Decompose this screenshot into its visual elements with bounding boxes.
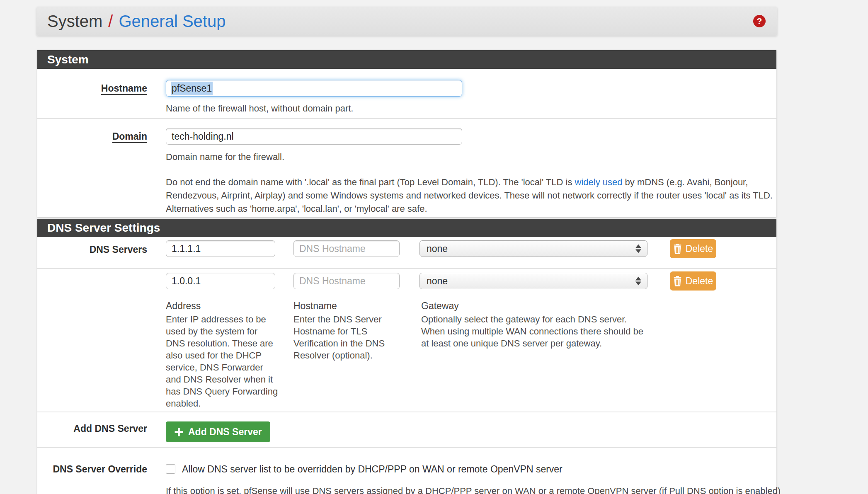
dns-override-checkbox-label[interactable]: Allow DNS server list to be overridden b…	[182, 464, 563, 475]
domain-note-text: Do not end the domain name with '.local'…	[166, 176, 786, 216]
hostname-column-description: Hostname Enter the DNS Server Hostname f…	[293, 291, 402, 409]
help-icon[interactable]: ?	[753, 15, 766, 27]
dns-settings-panel: DNS Server Settings DNS Servers none Del…	[37, 219, 776, 494]
page: System / General Setup ? System Hostname…	[0, 0, 868, 494]
delete-dns-server-button-1[interactable]: Delete	[670, 239, 716, 258]
breadcrumb-separator: /	[108, 12, 113, 31]
delete-dns-server-button-2[interactable]: Delete	[670, 271, 716, 291]
add-dns-server-button[interactable]: Add DNS Server	[166, 421, 270, 442]
dns-address-input-1[interactable]	[166, 240, 275, 257]
dns-server-row-2: none Delete Address Enter IP addresses t…	[37, 269, 776, 412]
dns-hostname-input-2[interactable]	[293, 273, 400, 289]
dns-override-help-text: If this option is set, pfSense will use …	[166, 484, 790, 494]
domain-help-text: Domain name for the firewall.	[166, 150, 776, 163]
dns-gateway-select-1[interactable]: none	[419, 240, 647, 257]
breadcrumb-page-link[interactable]: General Setup	[119, 12, 225, 31]
dns-gateway-select-2[interactable]: none	[419, 273, 647, 289]
dns-server-override-label: DNS Server Override	[37, 464, 166, 494]
dns-server-override-row: DNS Server Override Allow DNS server lis…	[37, 448, 776, 494]
hostname-label: Hostname	[37, 80, 166, 115]
breadcrumb: System / General Setup ?	[36, 7, 777, 36]
widely-used-link[interactable]: widely used	[575, 177, 623, 187]
gateway-column-description: Gateway Optionally select the gateway fo…	[421, 291, 653, 409]
address-column-title: Address	[166, 300, 279, 312]
add-dns-server-label: Add DNS Server	[37, 412, 166, 442]
add-dns-server-row: Add DNS Server Add DNS Server	[37, 412, 776, 448]
address-column-description: Address Enter IP addresses to be used by…	[166, 291, 279, 409]
domain-label: Domain	[37, 128, 166, 216]
dns-server-row-1: DNS Servers none Delete	[37, 237, 776, 269]
select-arrows-icon	[635, 277, 641, 286]
dns-servers-label: DNS Servers	[37, 240, 166, 258]
hostname-row: Hostname pfSense1 Name of the firewall h…	[37, 69, 776, 119]
hostname-value-selected: pfSense1	[171, 82, 213, 95]
trash-icon	[673, 276, 682, 286]
gateway-column-title: Gateway	[421, 300, 653, 312]
system-panel: System Hostname pfSense1 Name of the fir…	[37, 50, 776, 217]
dns-hostname-input-1[interactable]	[293, 240, 400, 257]
trash-icon	[673, 244, 682, 254]
hostname-help-text: Name of the firewall host, without domai…	[166, 102, 776, 115]
plus-icon	[174, 427, 184, 437]
domain-input[interactable]	[166, 128, 462, 145]
system-panel-header: System	[37, 50, 776, 69]
hostname-input[interactable]: pfSense1	[166, 80, 462, 97]
hostname-column-title: Hostname	[293, 300, 402, 312]
domain-row: Domain Domain name for the firewall. Do …	[37, 119, 776, 217]
dns-panel-header: DNS Server Settings	[37, 219, 776, 237]
select-arrows-icon	[635, 245, 641, 253]
dns-override-checkbox[interactable]	[166, 464, 175, 474]
breadcrumb-section: System	[47, 12, 102, 31]
dns-address-input-2[interactable]	[166, 273, 275, 289]
